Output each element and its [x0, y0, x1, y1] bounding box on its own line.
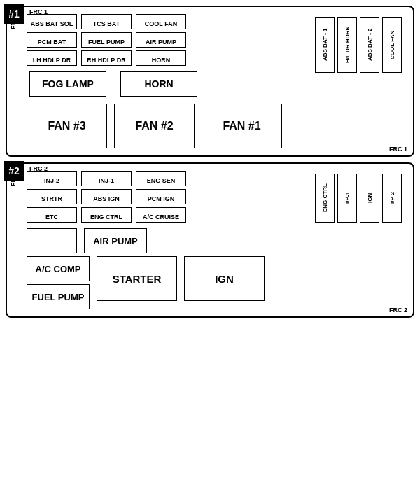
frc2-right: ENG CTRL I/P-1 IGN I/P-2 [315, 171, 406, 309]
tall-fuse-hl-dr-horn: H/L DR HORN [337, 17, 357, 73]
page: #1 FRC 1 FRC 1 ABS BAT SOL TCS BAT COOL … [0, 0, 420, 504]
fuse-rh-hdlp-dr: RH HDLP DR [81, 50, 132, 66]
fuse-ign-big: IGN [184, 256, 265, 301]
fuse-lh-hdlp-dr: LH HDLP DR [27, 50, 77, 66]
frc1-row2: PCM BAT FUEL PUMP AIR PUMP [27, 32, 311, 48]
fuse-cool-fan: COOL FAN [136, 14, 186, 29]
fuse-eng-ctrl: ENG CTRL [81, 207, 132, 223]
fuse-ac-cruise: A/C CRUISE [136, 207, 186, 223]
frc1-inner: ABS BAT SOL TCS BAT COOL FAN PCM BAT FUE… [27, 14, 406, 148]
fuse-etc: ETC [27, 207, 77, 223]
frc1-row3: LH HDLP DR RH HDLP DR HORN [27, 50, 311, 66]
frc1-box: #1 FRC 1 FRC 1 ABS BAT SOL TCS BAT COOL … [6, 6, 414, 157]
frc2-row2: STRTR ABS IGN PCM IGN [27, 189, 311, 204]
fuse-starter: STARTER [97, 256, 177, 301]
frc1-left: ABS BAT SOL TCS BAT COOL FAN PCM BAT FUE… [27, 14, 311, 148]
fuse-air-pump-big: AIR PUMP [84, 228, 147, 253]
frc2-box: #2 FRC 2 FRC 2 INJ-2 INJ-1 ENG SEN STRTR… [6, 162, 414, 318]
fuse-fan2: FAN #2 [114, 104, 195, 148]
fuse-fog-lamp: FOG LAMP [29, 71, 106, 97]
frc2-row4: AIR PUMP [27, 228, 311, 253]
frc2-number: #2 [4, 161, 24, 181]
tall-fuse-ip1: I/P-1 [337, 174, 357, 223]
fuse-pcm-ign: PCM IGN [136, 189, 186, 204]
frc1-row1: ABS BAT SOL TCS BAT COOL FAN [27, 14, 311, 29]
frc1-label-top: FRC 1 [29, 8, 48, 15]
tall-fuse-ign: IGN [360, 174, 379, 223]
ac-fuel-col: A/C COMP FUEL PUMP [27, 256, 90, 309]
tall-fuse-abs-bat1: ABS BAT - 1 [315, 17, 335, 73]
frc2-label-br: FRC 2 [389, 307, 407, 314]
fuse-fan3: FAN #3 [27, 104, 107, 148]
frc2-row5: A/C COMP FUEL PUMP STARTER IGN [27, 256, 311, 309]
frc2-row3: ETC ENG CTRL A/C CRUISE [27, 207, 311, 223]
fuse-fan1: FAN #1 [202, 104, 282, 148]
frc1-fan-row: FAN #3 FAN #2 FAN #1 [27, 104, 311, 148]
fuse-horn: HORN [136, 50, 186, 66]
tall-fuse-eng-ctrl: ENG CTRL [315, 174, 335, 223]
fuse-abs-ign: ABS IGN [81, 189, 132, 204]
fuse-fuel-pump: FUEL PUMP [81, 32, 132, 48]
frc2-left: INJ-2 INJ-1 ENG SEN STRTR ABS IGN PCM IG… [27, 171, 311, 309]
frc2-inner: INJ-2 INJ-1 ENG SEN STRTR ABS IGN PCM IG… [27, 171, 406, 309]
fuse-strtr: STRTR [27, 189, 77, 204]
frc2-label-top: FRC 2 [29, 165, 48, 172]
fuse-inj2: INJ-2 [27, 171, 77, 186]
fuse-air-pump: AIR PUMP [136, 32, 186, 48]
frc1-right: ABS BAT - 1 H/L DR HORN ABS BAT - 2 COOL… [315, 14, 406, 148]
tall-fuse-abs-bat2: ABS BAT - 2 [360, 17, 379, 73]
fuse-tcs-bat: TCS BAT [81, 14, 132, 29]
fuse-abs-bat-sol: ABS BAT SOL [27, 14, 77, 29]
fuse-inj1: INJ-1 [81, 171, 132, 186]
fuse-fuel-pump-big: FUEL PUMP [27, 284, 90, 309]
fuse-unlabeled [27, 228, 77, 253]
fuse-eng-sen: ENG SEN [136, 171, 186, 186]
frc2-row1: INJ-2 INJ-1 ENG SEN [27, 171, 311, 186]
fuse-ac-comp: A/C COMP [27, 256, 90, 281]
frc1-fog-horn-row: FOG LAMP HORN [29, 71, 311, 97]
frc1-label-br: FRC 1 [389, 146, 407, 153]
tall-fuse-ip2: I/P-2 [382, 174, 402, 223]
frc1-number: #1 [4, 4, 24, 24]
fuse-horn-big: HORN [120, 71, 197, 97]
tall-fuse-cool-fan: COOL FAN [382, 17, 402, 73]
fuse-pcm-bat: PCM BAT [27, 32, 77, 48]
